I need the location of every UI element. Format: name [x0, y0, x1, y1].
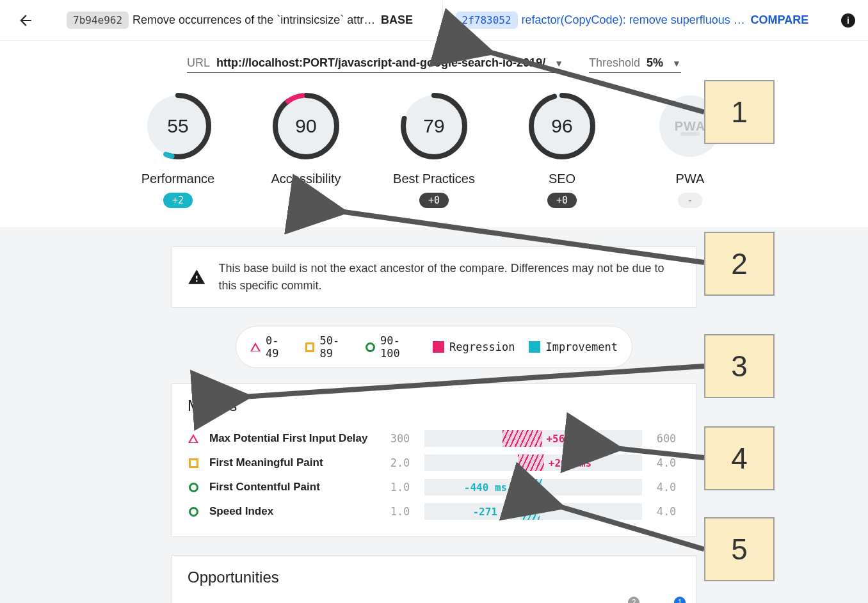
back-button[interactable] [13, 8, 38, 33]
metric-bar: +56 ms [424, 430, 642, 447]
regression-swatch [433, 341, 444, 353]
selector-row: URL http://localhost:PORT/javascript-and… [0, 41, 868, 81]
metric-row[interactable]: Speed Index 1.0 -271 ms 4.0 [188, 499, 680, 524]
callout-2: 2 [704, 232, 775, 296]
opportunities-title: Opportunities [188, 568, 680, 586]
metric-delta: -271 ms [472, 506, 515, 518]
gauge-seo[interactable]: 96 SEO +0 [520, 92, 604, 208]
metric-bar: -440 ms [424, 479, 642, 495]
metric-min: 300 [386, 432, 414, 445]
circle-icon [189, 507, 198, 517]
threshold-value: 5% [647, 56, 663, 70]
chevron-down-icon: ▼ [672, 58, 681, 68]
threshold-selector[interactable]: Threshold 5% ▼ [589, 56, 681, 73]
legend: 0-49 50-89 90-100 Regression Improvement [236, 326, 632, 368]
legend-range2: 50-89 [319, 334, 351, 360]
badge-right: 1 [674, 597, 686, 603]
gauge-performance[interactable]: 55 Performance +2 [136, 92, 220, 208]
compare-commit-message: refactor(CopyCode): remove superfluous a… [522, 13, 746, 27]
callout-1: 1 [704, 80, 775, 144]
gauge-score: 55 [167, 115, 188, 137]
metric-row[interactable]: First Contentful Paint 1.0 -440 ms 4.0 [188, 475, 680, 499]
metric-name: Max Potential First Input Delay [209, 432, 376, 445]
url-label: URL [187, 56, 210, 70]
gauge-name: Performance [141, 172, 215, 186]
warning-icon [188, 266, 205, 288]
metric-max: 4.0 [652, 456, 680, 469]
gauge-delta: - [678, 193, 702, 208]
callout-3: 3 [704, 334, 775, 398]
circle-icon [189, 483, 198, 492]
metric-min: 1.0 [386, 481, 414, 494]
callout-5: 5 [704, 517, 775, 581]
badge-left: 2 [628, 597, 639, 603]
metric-row[interactable]: Max Potential First Input Delay 300 +56 … [188, 426, 680, 451]
threshold-label: Threshold [589, 56, 640, 70]
gauge-score: 79 [423, 115, 444, 137]
gauge-name: Best Practices [393, 172, 475, 186]
metric-name: Speed Index [209, 505, 376, 518]
legend-improvement: Improvement [545, 341, 618, 353]
metric-max: 600 [652, 432, 680, 445]
square-icon [305, 342, 315, 352]
metric-max: 4.0 [652, 505, 680, 518]
metric-row[interactable]: First Meaningful Paint 2.0 +209 ms 4.0 [188, 451, 680, 475]
opportunities-card: Opportunities Eliminate render-blocking … [172, 555, 696, 603]
compare-hash: 2f783052 [456, 12, 518, 29]
info-icon[interactable]: i [841, 13, 855, 28]
warning-text: This base build is not the exact ancesto… [218, 260, 680, 294]
pwa-dash-icon [680, 132, 700, 136]
base-hash: 7b94e962 [67, 12, 129, 29]
metric-name: First Contentful Paint [209, 481, 376, 494]
gauge-best-practices[interactable]: 79 Best Practices +0 [392, 92, 476, 208]
url-value: http://localhost:PORT/javascript-and-goo… [216, 56, 545, 70]
ancestor-warning: This base build is not the exact ancesto… [172, 246, 696, 308]
topbar-divider [442, 0, 443, 40]
url-selector[interactable]: URL http://localhost:PORT/javascript-and… [187, 56, 563, 73]
gauge-name: SEO [549, 172, 575, 186]
metric-delta: +209 ms [549, 457, 591, 469]
gauge-score: 96 [551, 115, 572, 137]
circle-icon [366, 342, 375, 352]
base-commit-block[interactable]: 7b94e962 Remove occurrences of the `intr… [59, 0, 437, 40]
metric-delta: +56 ms [546, 433, 583, 445]
gauge-name: Accessibility [271, 172, 341, 186]
metric-bar: -271 ms [424, 503, 642, 520]
gauge-accessibility[interactable]: 90 Accessibility -8 [264, 92, 348, 208]
top-bar: 7b94e962 Remove occurrences of the `intr… [0, 0, 868, 41]
chevron-down-icon: ▼ [554, 58, 563, 68]
gauge-delta: +0 [547, 193, 577, 208]
compare-commit-block[interactable]: 2f783052 refactor(CopyCode): remove supe… [448, 0, 826, 40]
base-commit-message: Remove occurrences of the `intrinsicsize… [133, 13, 376, 27]
legend-range1: 0-49 [266, 334, 291, 360]
metric-bar: +209 ms [424, 454, 642, 471]
triangle-icon [188, 434, 198, 443]
callout-4: 4 [704, 426, 775, 490]
square-icon [189, 458, 198, 468]
base-label: BASE [381, 13, 413, 27]
gauge-delta: +0 [419, 193, 449, 208]
triangle-icon [250, 342, 261, 351]
gauge-delta: +2 [163, 193, 193, 208]
legend-range3: 90-100 [380, 334, 419, 360]
improvement-swatch [529, 341, 540, 353]
metric-max: 4.0 [652, 481, 680, 494]
gauge-name: PWA [676, 172, 705, 186]
metric-name: First Meaningful Paint [209, 456, 376, 469]
metrics-card: Metrics Max Potential First Input Delay … [172, 383, 696, 537]
metric-delta: -440 ms [464, 481, 507, 494]
compare-label: COMPARE [751, 13, 809, 27]
metric-min: 2.0 [386, 456, 414, 469]
metric-min: 1.0 [386, 505, 414, 518]
gauge-score: 90 [295, 115, 316, 137]
legend-regression: Regression [449, 341, 515, 353]
gauge-delta: -8 [291, 193, 321, 208]
opportunity-row[interactable]: Eliminate render-blocking resources 2 → … [188, 598, 680, 603]
metrics-title: Metrics [188, 397, 680, 415]
